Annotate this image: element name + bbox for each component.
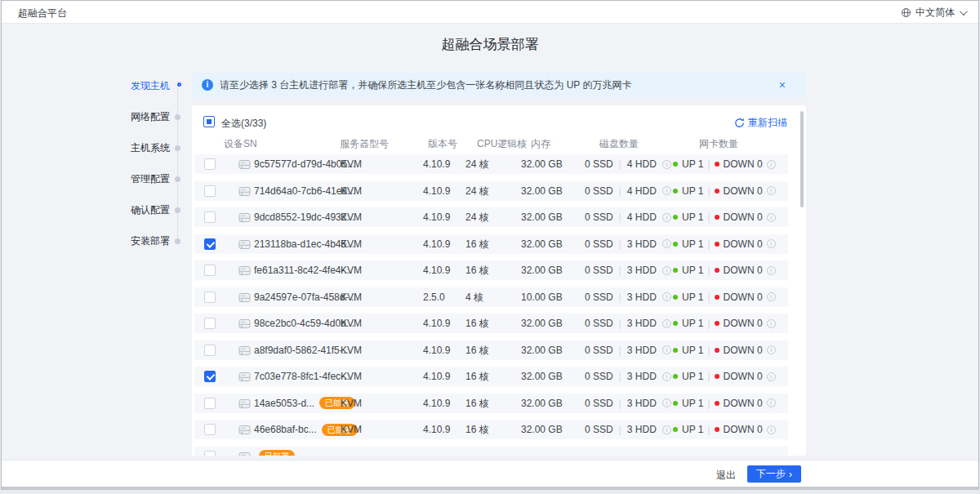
- info-icon[interactable]: [767, 372, 776, 381]
- nic-status: UP 1 | DOWN 0: [673, 420, 776, 439]
- nic-up-count: UP 1: [682, 234, 703, 254]
- host-panel: 全选(3/33) 重新扫描 设备SN 服务器型号 版本号 CPU逻辑核 内存 磁…: [192, 105, 806, 456]
- table-row[interactable]: fe61a311-8c42-4fe4-... KVM 4.10.9 16 核 3…: [194, 260, 788, 280]
- step-item-4[interactable]: 管理配置: [100, 172, 185, 185]
- scrollbar-thumb[interactable]: [800, 111, 804, 207]
- host-icon: [238, 425, 251, 435]
- separator: |: [619, 420, 621, 439]
- info-icon[interactable]: [662, 186, 671, 195]
- row-checkbox[interactable]: [204, 185, 216, 197]
- row-checkbox[interactable]: [204, 424, 216, 435]
- table-row[interactable]: 已部署 | |: [194, 447, 788, 456]
- nic-up-count: UP 1: [682, 367, 703, 386]
- down-status-dot: [715, 427, 719, 432]
- info-icon[interactable]: [767, 213, 776, 222]
- up-status-dot: [673, 162, 678, 167]
- info-icon[interactable]: [767, 186, 776, 195]
- nic-down-count: DOWN 0: [724, 154, 763, 174]
- nic-down-count: DOWN 0: [724, 340, 763, 360]
- cpu-cores: 24 核: [466, 154, 489, 174]
- nic-down-count: DOWN 0: [724, 394, 763, 413]
- hdd-count: 3 HDD: [627, 340, 657, 360]
- table-row[interactable]: a8f9daf0-5862-41f5-... KVM 4.10.9 16 核 3…: [194, 340, 788, 360]
- row-checkbox[interactable]: [204, 292, 216, 303]
- row-checkbox[interactable]: [204, 265, 216, 276]
- info-icon[interactable]: [662, 398, 671, 407]
- step-item-6[interactable]: 安装部署: [100, 234, 185, 247]
- info-icon[interactable]: [662, 239, 671, 248]
- exit-button[interactable]: 退出: [716, 469, 736, 483]
- nic-status: UP 1 | DOWN 0: [673, 154, 776, 174]
- memory: 32.00 GB: [521, 394, 563, 413]
- table-row[interactable]: 714d64a0-7cb6-41e8... KVM 4.10.9 24 核 32…: [194, 181, 788, 201]
- separator: |: [619, 367, 621, 386]
- nic-status: UP 1 | DOWN 0: [673, 260, 776, 280]
- next-button[interactable]: 下一步 ›: [747, 465, 801, 483]
- info-icon[interactable]: [767, 266, 776, 275]
- ssd-count: 0 SSD: [585, 394, 613, 413]
- row-checkbox[interactable]: [204, 451, 216, 456]
- table-row[interactable]: 46e68baf-bc... 已部署 KVM 4.10.9 16 核 32.00…: [194, 420, 788, 439]
- rescan-label: 重新扫描: [748, 116, 787, 130]
- row-checkbox[interactable]: [204, 318, 216, 329]
- down-status-dot: [715, 321, 719, 326]
- separator: |: [619, 394, 621, 413]
- server-model: KVM: [341, 367, 362, 386]
- info-icon[interactable]: [662, 266, 671, 275]
- row-checkbox[interactable]: [204, 211, 216, 223]
- memory: 32.00 GB: [521, 314, 563, 333]
- separator: |: [707, 287, 710, 307]
- down-status-dot: [715, 268, 719, 273]
- table-row[interactable]: 7c03e778-8fc1-4fec-... KVM 4.10.9 16 核 3…: [194, 367, 788, 386]
- info-icon[interactable]: [662, 345, 671, 354]
- separator: |: [707, 260, 710, 280]
- info-icon[interactable]: [662, 160, 671, 169]
- info-icon[interactable]: [767, 239, 776, 248]
- stepper: 发现主机 网络配置 主机系统 管理配置 确认配置 安装部署: [100, 79, 185, 265]
- disk-info: 0 SSD | 4 HDD: [585, 154, 671, 174]
- info-icon[interactable]: [662, 319, 671, 328]
- table-row[interactable]: 9c57577d-d79d-4b05... KVM 4.10.9 24 核 32…: [194, 154, 788, 174]
- table-row[interactable]: 98ce2bc0-4c59-4d0b... KVM 4.10.9 16 核 32…: [194, 314, 788, 333]
- table-row[interactable]: 9a24597e-07fa-458d-... KVM 2.5.0 4 核 10.…: [194, 287, 788, 307]
- info-icon[interactable]: [767, 292, 776, 301]
- select-all-checkbox[interactable]: [203, 116, 215, 127]
- ssd-count: 0 SSD: [585, 420, 613, 439]
- step-label: 管理配置: [131, 173, 170, 185]
- separator: |: [707, 420, 710, 439]
- row-checkbox[interactable]: [204, 371, 216, 382]
- info-icon[interactable]: [767, 345, 776, 354]
- column-header-nics: 网卡数量: [699, 137, 738, 151]
- table-row[interactable]: 213118ba-d1ec-4b45... KVM 4.10.9 16 核 32…: [194, 234, 788, 254]
- info-icon[interactable]: [662, 372, 671, 381]
- info-icon[interactable]: [662, 292, 671, 301]
- memory: 32.00 GB: [521, 260, 563, 280]
- step-item-5[interactable]: 确认配置: [100, 203, 185, 216]
- info-icon[interactable]: [662, 425, 671, 434]
- info-icon[interactable]: [767, 398, 776, 407]
- row-checkbox[interactable]: [204, 345, 216, 356]
- rescan-button[interactable]: 重新扫描: [734, 116, 787, 130]
- nic-up-count: UP 1: [682, 207, 703, 227]
- version: 4.10.9: [423, 367, 450, 386]
- row-checkbox[interactable]: [204, 158, 216, 170]
- info-icon[interactable]: [767, 319, 776, 328]
- row-checkbox[interactable]: [204, 398, 216, 409]
- step-item-1[interactable]: 发现主机: [100, 79, 185, 92]
- hdd-count: 4 HDD: [627, 181, 657, 201]
- row-checkbox[interactable]: [204, 238, 216, 250]
- ssd-count: 0 SSD: [585, 314, 613, 333]
- info-icon[interactable]: [767, 425, 776, 434]
- step-item-2[interactable]: 网络配置: [100, 110, 185, 123]
- ssd-count: 0 SSD: [585, 154, 613, 174]
- globe-icon: [901, 7, 911, 18]
- step-item-3[interactable]: 主机系统: [100, 141, 185, 154]
- info-icon[interactable]: [767, 160, 776, 169]
- up-status-dot: [673, 189, 678, 194]
- banner-close-icon[interactable]: ×: [779, 78, 786, 92]
- server-model: KVM: [341, 181, 362, 201]
- table-row[interactable]: 14ae5053-d... 已部署 KVM 4.10.9 16 核 32.00 …: [194, 394, 788, 413]
- info-icon[interactable]: [662, 213, 671, 222]
- table-row[interactable]: 9dcd8552-19dc-4932... KVM 4.10.9 24 核 32…: [194, 207, 788, 227]
- language-switcher[interactable]: 中文简体: [901, 6, 965, 20]
